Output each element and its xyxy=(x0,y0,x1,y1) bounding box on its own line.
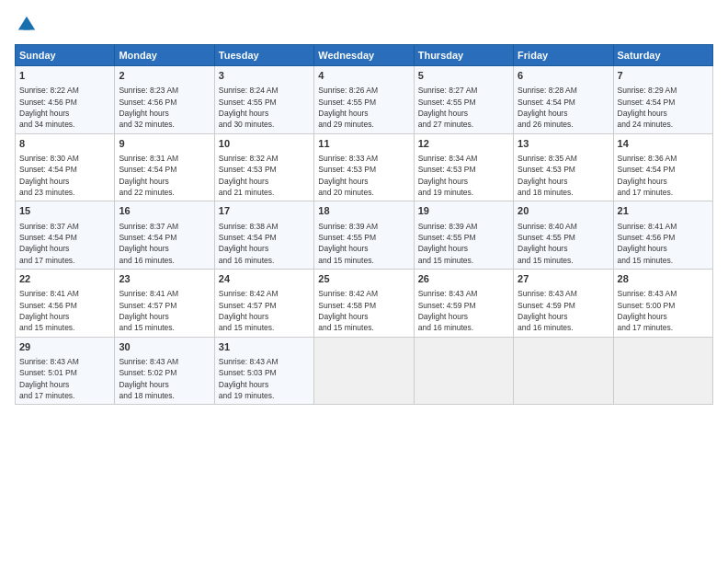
table-row: 10Sunrise: 8:32 AMSunset: 4:53 PMDayligh… xyxy=(214,133,313,201)
header-row: Sunday Monday Tuesday Wednesday Thursday… xyxy=(16,45,713,66)
day-info: Sunrise: 8:23 AMSunset: 4:56 PMDaylight … xyxy=(119,85,210,130)
table-row: 14Sunrise: 8:36 AMSunset: 4:54 PMDayligh… xyxy=(613,133,712,201)
day-number: 24 xyxy=(219,272,310,286)
table-row: 22Sunrise: 8:41 AMSunset: 4:56 PMDayligh… xyxy=(16,269,115,337)
day-number: 12 xyxy=(418,137,509,151)
day-number: 11 xyxy=(318,137,409,151)
day-info: Sunrise: 8:31 AMSunset: 4:54 PMDaylight … xyxy=(119,153,210,198)
day-number: 30 xyxy=(119,340,210,354)
day-info: Sunrise: 8:36 AMSunset: 4:54 PMDaylight … xyxy=(618,153,709,198)
day-number: 18 xyxy=(318,204,409,218)
table-row xyxy=(514,337,613,405)
day-info: Sunrise: 8:43 AMSunset: 5:01 PMDaylight … xyxy=(19,356,110,401)
day-number: 21 xyxy=(618,204,709,218)
col-thursday: Thursday xyxy=(414,45,513,66)
day-number: 15 xyxy=(19,204,110,218)
col-friday: Friday xyxy=(514,45,613,66)
table-row: 28Sunrise: 8:43 AMSunset: 5:00 PMDayligh… xyxy=(613,269,712,337)
table-row: 13Sunrise: 8:35 AMSunset: 4:53 PMDayligh… xyxy=(514,133,613,201)
day-info: Sunrise: 8:42 AMSunset: 4:58 PMDaylight … xyxy=(318,288,409,333)
day-info: Sunrise: 8:39 AMSunset: 4:55 PMDaylight … xyxy=(418,221,509,266)
table-row: 30Sunrise: 8:43 AMSunset: 5:02 PMDayligh… xyxy=(115,337,214,405)
week-row-2: 8Sunrise: 8:30 AMSunset: 4:54 PMDaylight… xyxy=(16,133,713,201)
table-row: 5Sunrise: 8:27 AMSunset: 4:55 PMDaylight… xyxy=(414,66,513,134)
table-row: 27Sunrise: 8:43 AMSunset: 4:59 PMDayligh… xyxy=(514,269,613,337)
table-row xyxy=(613,337,712,405)
col-tuesday: Tuesday xyxy=(214,45,313,66)
table-row: 23Sunrise: 8:41 AMSunset: 4:57 PMDayligh… xyxy=(115,269,214,337)
day-info: Sunrise: 8:29 AMSunset: 4:54 PMDaylight … xyxy=(618,85,709,130)
week-row-5: 29Sunrise: 8:43 AMSunset: 5:01 PMDayligh… xyxy=(16,337,713,405)
day-number: 27 xyxy=(518,272,609,286)
table-row: 24Sunrise: 8:42 AMSunset: 4:57 PMDayligh… xyxy=(214,269,313,337)
table-row: 2Sunrise: 8:23 AMSunset: 4:56 PMDaylight… xyxy=(115,66,214,134)
day-number: 25 xyxy=(318,272,409,286)
logo-icon xyxy=(17,15,37,35)
table-row: 9Sunrise: 8:31 AMSunset: 4:54 PMDaylight… xyxy=(115,133,214,201)
table-row xyxy=(414,337,513,405)
table-row: 8Sunrise: 8:30 AMSunset: 4:54 PMDaylight… xyxy=(16,133,115,201)
table-row: 16Sunrise: 8:37 AMSunset: 4:54 PMDayligh… xyxy=(115,201,214,270)
table-row: 7Sunrise: 8:29 AMSunset: 4:54 PMDaylight… xyxy=(613,66,712,134)
day-info: Sunrise: 8:43 AMSunset: 5:03 PMDaylight … xyxy=(219,356,310,401)
day-number: 31 xyxy=(219,340,310,354)
table-row: 29Sunrise: 8:43 AMSunset: 5:01 PMDayligh… xyxy=(16,337,115,405)
table-row: 17Sunrise: 8:38 AMSunset: 4:54 PMDayligh… xyxy=(214,201,313,270)
table-row: 26Sunrise: 8:43 AMSunset: 4:59 PMDayligh… xyxy=(414,269,513,337)
week-row-1: 1Sunrise: 8:22 AMSunset: 4:56 PMDaylight… xyxy=(16,66,713,134)
day-number: 8 xyxy=(19,137,110,151)
day-info: Sunrise: 8:28 AMSunset: 4:54 PMDaylight … xyxy=(518,85,609,130)
table-row: 31Sunrise: 8:43 AMSunset: 5:03 PMDayligh… xyxy=(214,337,313,405)
day-number: 29 xyxy=(19,340,110,354)
table-row: 12Sunrise: 8:34 AMSunset: 4:53 PMDayligh… xyxy=(414,133,513,201)
col-sunday: Sunday xyxy=(16,45,115,66)
day-info: Sunrise: 8:37 AMSunset: 4:54 PMDaylight … xyxy=(119,221,210,266)
day-number: 26 xyxy=(418,272,509,286)
day-number: 23 xyxy=(119,272,210,286)
day-info: Sunrise: 8:38 AMSunset: 4:54 PMDaylight … xyxy=(219,221,310,266)
day-info: Sunrise: 8:33 AMSunset: 4:53 PMDaylight … xyxy=(318,153,409,198)
day-number: 3 xyxy=(219,69,310,83)
table-row: 11Sunrise: 8:33 AMSunset: 4:53 PMDayligh… xyxy=(314,133,414,201)
table-row: 18Sunrise: 8:39 AMSunset: 4:55 PMDayligh… xyxy=(314,201,414,270)
week-row-3: 15Sunrise: 8:37 AMSunset: 4:54 PMDayligh… xyxy=(16,201,713,270)
day-info: Sunrise: 8:41 AMSunset: 4:56 PMDaylight … xyxy=(618,221,709,266)
day-info: Sunrise: 8:43 AMSunset: 5:00 PMDaylight … xyxy=(618,288,709,333)
day-number: 2 xyxy=(119,69,210,83)
table-row: 3Sunrise: 8:24 AMSunset: 4:55 PMDaylight… xyxy=(214,66,313,134)
page: Sunday Monday Tuesday Wednesday Thursday… xyxy=(0,0,728,563)
table-row: 6Sunrise: 8:28 AMSunset: 4:54 PMDaylight… xyxy=(514,66,613,134)
logo xyxy=(15,15,37,35)
calendar-table: Sunday Monday Tuesday Wednesday Thursday… xyxy=(15,44,713,405)
day-number: 16 xyxy=(119,204,210,218)
day-info: Sunrise: 8:34 AMSunset: 4:53 PMDaylight … xyxy=(418,153,509,198)
day-info: Sunrise: 8:32 AMSunset: 4:53 PMDaylight … xyxy=(219,153,310,198)
table-row: 15Sunrise: 8:37 AMSunset: 4:54 PMDayligh… xyxy=(16,201,115,270)
day-info: Sunrise: 8:43 AMSunset: 4:59 PMDaylight … xyxy=(418,288,509,333)
day-info: Sunrise: 8:22 AMSunset: 4:56 PMDaylight … xyxy=(19,85,110,130)
day-number: 19 xyxy=(418,204,509,218)
day-info: Sunrise: 8:37 AMSunset: 4:54 PMDaylight … xyxy=(19,221,110,266)
day-info: Sunrise: 8:27 AMSunset: 4:55 PMDaylight … xyxy=(418,85,509,130)
day-number: 1 xyxy=(19,69,110,83)
day-info: Sunrise: 8:24 AMSunset: 4:55 PMDaylight … xyxy=(219,85,310,130)
day-number: 13 xyxy=(518,137,609,151)
day-number: 6 xyxy=(518,69,609,83)
day-info: Sunrise: 8:43 AMSunset: 4:59 PMDaylight … xyxy=(518,288,609,333)
table-row: 19Sunrise: 8:39 AMSunset: 4:55 PMDayligh… xyxy=(414,201,513,270)
svg-rect-1 xyxy=(23,23,29,29)
day-info: Sunrise: 8:35 AMSunset: 4:53 PMDaylight … xyxy=(518,153,609,198)
day-number: 20 xyxy=(518,204,609,218)
col-monday: Monday xyxy=(115,45,214,66)
header xyxy=(15,15,713,35)
table-row: 4Sunrise: 8:26 AMSunset: 4:55 PMDaylight… xyxy=(314,66,414,134)
day-number: 5 xyxy=(418,69,509,83)
table-row: 1Sunrise: 8:22 AMSunset: 4:56 PMDaylight… xyxy=(16,66,115,134)
day-number: 9 xyxy=(119,137,210,151)
table-row: 25Sunrise: 8:42 AMSunset: 4:58 PMDayligh… xyxy=(314,269,414,337)
day-info: Sunrise: 8:26 AMSunset: 4:55 PMDaylight … xyxy=(318,85,409,130)
day-info: Sunrise: 8:41 AMSunset: 4:56 PMDaylight … xyxy=(19,288,110,333)
day-number: 22 xyxy=(19,272,110,286)
day-number: 17 xyxy=(219,204,310,218)
day-number: 7 xyxy=(618,69,709,83)
